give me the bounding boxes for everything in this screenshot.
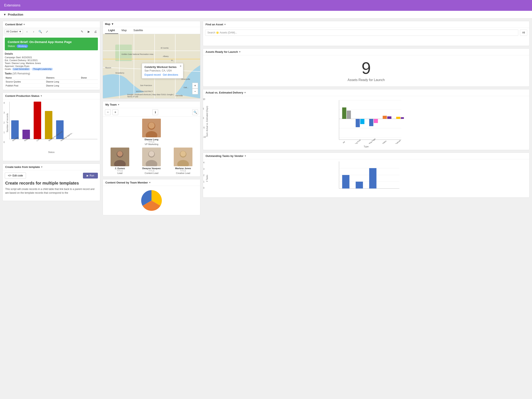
marlene-title: TITLE (180, 170, 186, 172)
team-info-btn[interactable]: ℹ (152, 109, 158, 115)
col-name: Name (5, 76, 45, 80)
assets-ready-arrow[interactable]: ▼ (239, 51, 241, 53)
production-status-header: Content Production Status ▼ (3, 93, 100, 99)
content-owned-header: Content Owned by Team Member ▼ (103, 179, 200, 186)
map-area: Golden Gate National Recreation Area El … (103, 34, 200, 99)
svg-text:Video: Video (382, 140, 387, 144)
chevron-down-icon: ▼ (3, 13, 6, 16)
svg-text:El Cerrito: El Cerrito (161, 47, 169, 49)
my-team-panel: My Team ▼ − + ℹ 🔍 (103, 101, 200, 177)
map-header: Map ▼ (103, 21, 200, 27)
search-row: Search 🌟 Assets (DAM)... All (203, 28, 529, 38)
zoom-in-btn[interactable]: + (192, 83, 198, 89)
my-team-arrow[interactable]: ▼ (118, 103, 120, 106)
team-plus-btn[interactable]: + (112, 109, 118, 115)
tasks-heading: Tasks (3/5 Remaining) (5, 72, 98, 75)
svg-rect-50 (360, 119, 365, 124)
team-toolbar: − + ℹ 🔍 (103, 108, 200, 117)
y-axis-label: Number of records (5, 102, 9, 143)
prev-btn[interactable]: ‹ (25, 29, 30, 34)
find-asset-title: Find an Asset (206, 23, 223, 26)
production-bar[interactable]: ▼ Production (0, 11, 532, 19)
svg-rect-1 (115, 44, 132, 61)
filter-dropdown[interactable]: All Conten' ▼ (5, 29, 23, 34)
map-title: Map (105, 22, 110, 25)
goal-2: Thought Leadership (32, 68, 53, 70)
filter-all-btn[interactable]: All (520, 30, 527, 36)
play-icon[interactable]: ▶ (86, 29, 91, 34)
marlene-role: Creative Lead (176, 172, 190, 174)
main-grid: Content Brief ▼ All Conten' ▼ ‹ › 🔍 ⤢ ✎ … (0, 19, 532, 399)
expand-record-link[interactable]: Expand record (145, 73, 161, 76)
task-row-2: Publish Post Dianne Long (5, 84, 98, 88)
outstanding-chart-area: # Tasks 4 3 2 1 0 (203, 159, 529, 197)
goals-row: Goals: Lead Generation Thought Leadershi… (5, 68, 98, 70)
outstanding-tasks-panel: Outstanding Tasks by Vendor ▼ # Tasks 4 … (203, 152, 530, 198)
map-tabs: Light Map Satellite (103, 27, 200, 34)
team-content: Dianne Long TITLE VP Marketing (103, 117, 200, 177)
assets-label: Assets Ready for Launch (348, 78, 385, 82)
outstanding-tasks-arrow[interactable]: ▼ (244, 155, 247, 157)
create-tasks-desc: This script will create records in a chi… (5, 187, 97, 195)
svg-rect-56 (401, 117, 404, 119)
tab-satellite[interactable]: Satellite (130, 27, 146, 34)
edit-code-button[interactable]: </> Edit code (5, 172, 26, 179)
content-owned-panel: Content Owned by Team Member ▼ (103, 179, 200, 215)
actual-vs-header: Actual vs. Estimated Delivery ▼ (203, 89, 529, 96)
my-team-header: My Team ▼ (103, 101, 200, 108)
team: Team: Dianne Long, Marlene Jones (5, 62, 98, 64)
dwayne-title: TITLE (148, 170, 155, 172)
team-minus-btn[interactable]: − (105, 109, 111, 115)
svg-rect-67 (342, 175, 349, 189)
av-x-label: Type (205, 145, 527, 148)
content-brief-arrow[interactable]: ▼ (23, 23, 25, 25)
brief-status: Status: Working (8, 44, 95, 48)
zoom-out-btn[interactable]: − (192, 89, 198, 94)
svg-text:Alameda: Alameda (175, 95, 183, 97)
find-asset-arrow[interactable]: ▼ (224, 23, 226, 25)
expand-icon[interactable]: ⤢ (44, 29, 50, 34)
find-asset-panel: Find an Asset ▼ Search 🌟 Assets (DAM)...… (203, 21, 530, 46)
tab-map[interactable]: Map (118, 27, 130, 34)
est-delivery: Est. Content Delivery: 8/11/2021 (5, 59, 98, 62)
svg-rect-69 (369, 168, 377, 189)
asset-search-input[interactable]: Search 🌟 Assets (DAM)... (205, 30, 518, 36)
svg-rect-48 (347, 111, 351, 119)
map-close-btn[interactable]: × (180, 64, 181, 68)
svg-rect-51 (369, 119, 374, 126)
svg-text:Oak...: Oak... (184, 86, 189, 89)
svg-text:Landing Page: Landing Page (366, 138, 376, 144)
run-button[interactable]: ▶ Run (83, 173, 98, 178)
team-search-btn[interactable]: 🔍 (192, 109, 198, 115)
svg-text:Podcast: Podcast (395, 139, 401, 144)
brief-content: Content Brief: On-Demand App Home Page S… (3, 36, 100, 90)
tasks-table: Name Owners Done Source Quotes Dianne Lo… (5, 76, 98, 88)
next-btn[interactable]: › (31, 29, 36, 34)
actual-vs-panel: Actual vs. Estimated Delivery ▼ Sum: Act… (203, 89, 530, 150)
tab-light[interactable]: Light (105, 27, 118, 34)
svg-point-31 (117, 151, 123, 157)
popup-location: San Francisco, CA, USA (145, 69, 181, 72)
goal-1: Lead Generation (12, 68, 31, 70)
content-owned-arrow[interactable]: ▼ (149, 181, 151, 184)
team-member-marlene: Marlene Jones TITLE Creative Lead (168, 147, 198, 174)
find-asset-header: Find an Asset ▼ (203, 21, 529, 28)
map-arrow[interactable]: ▼ (111, 22, 114, 25)
actual-vs-arrow[interactable]: ▼ (244, 91, 246, 94)
get-directions-link[interactable]: Get directions (163, 73, 178, 76)
dianne-title: TITLE (148, 141, 155, 143)
search-icon[interactable]: 🔍 (38, 29, 43, 34)
bar-awaiting (56, 120, 63, 139)
team-row-bottom: J. Gomez TITLE Lead (105, 147, 198, 174)
content-production-status-panel: Content Production Status ▼ Number of re… (2, 93, 100, 161)
popup-title: Celebrity Workout Series (145, 65, 181, 69)
create-tasks-content: Create records for multiple templates Th… (3, 181, 100, 197)
production-status-arrow[interactable]: ▼ (40, 95, 42, 97)
col-done: Done (80, 76, 98, 80)
approver: Approver: Georgia Ryan (5, 65, 98, 67)
create-tasks-arrow[interactable]: ▼ (41, 166, 43, 168)
print-icon[interactable]: 🖨 (93, 29, 98, 34)
edit-icon[interactable]: ✎ (80, 29, 85, 34)
svg-text:MISSION DISTRICT: MISSION DISTRICT (136, 90, 153, 93)
svg-text:Albany: Albany (163, 55, 169, 57)
